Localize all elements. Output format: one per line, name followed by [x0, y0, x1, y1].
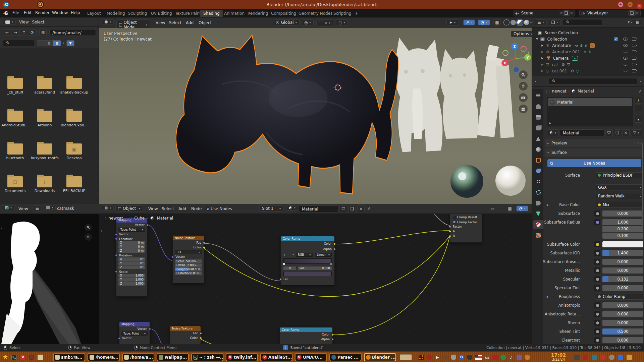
- node-mix-partial[interactable]: Clamp Result ✓Clamp Factor Factor A B: [450, 214, 482, 243]
- ramp-color-swatch[interactable]: [283, 272, 332, 276]
- folder-item[interactable]: BlenderExpo...: [59, 108, 89, 127]
- tab-uv-editing[interactable]: UV Editing: [148, 10, 175, 17]
- folder-item[interactable]: ↓Downloads: [30, 174, 59, 193]
- tray-icon-teal[interactable]: [592, 355, 597, 360]
- node-color-ramp[interactable]: Color Ramp Color Alpha + − ▾ RGB▾ Linear…: [280, 236, 335, 285]
- ne-fake-user-shield-icon[interactable]: 🛡︎: [340, 205, 347, 212]
- socket-fac-out[interactable]: [200, 332, 202, 335]
- rot-x-field[interactable]: X0°: [118, 257, 145, 261]
- socket-distortion-in[interactable]: [195, 272, 197, 275]
- socket-vector-in[interactable]: [171, 256, 174, 258]
- socket-vector-out[interactable]: [146, 224, 149, 226]
- mesh-link-dropdown[interactable]: ▽▾: [631, 129, 642, 136]
- rot-z-field[interactable]: Z0°: [118, 265, 145, 269]
- tray-icon-gold[interactable]: [627, 355, 632, 360]
- tab-sculpting[interactable]: Sculpting: [125, 10, 150, 17]
- view-vertical-list-button[interactable]: ☰: [37, 40, 45, 46]
- xray-toggle[interactable]: ▩: [493, 19, 501, 25]
- outliner-row-cat-001[interactable]: ▶ ▽ cat.001 ⚙︎ ▽: [532, 68, 644, 74]
- tab-object-data[interactable]: [533, 209, 543, 218]
- socket-decorator[interactable]: [594, 320, 600, 326]
- disable-render-camera-icon[interactable]: [632, 50, 636, 53]
- socket-factor-in[interactable]: [449, 226, 451, 228]
- nav-back-button[interactable]: ←: [3, 29, 11, 36]
- disclosure-triangle-icon[interactable]: ▼: [536, 38, 538, 41]
- file-menu-select[interactable]: Select: [32, 20, 45, 24]
- window-menu-button[interactable]: [618, 2, 623, 7]
- surface-node-field[interactable]: Principled BSDF: [596, 172, 643, 178]
- disclosure-triangle-icon[interactable]: ▶: [541, 69, 543, 72]
- use-nodes-button[interactable]: ⧉ Use Nodes: [547, 159, 641, 167]
- noise-detail-field[interactable]: Detail2.000: [175, 263, 202, 267]
- menu-file[interactable]: File: [9, 9, 22, 16]
- outliner-row-armature[interactable]: ▶ ✻ Armature ↝ ⋔ ⋔ ▽: [532, 42, 644, 49]
- unlink-material-button[interactable]: ✕: [622, 129, 630, 136]
- subsurface-slider[interactable]: 0.000: [602, 210, 643, 217]
- socket-alpha-out[interactable]: [331, 338, 334, 341]
- socket-decorator[interactable]: [594, 337, 600, 343]
- socket-alpha-out[interactable]: [333, 248, 336, 250]
- tab-scene[interactable]: [533, 134, 543, 143]
- taskbar-window-untitled[interactable]: [400, 354, 412, 360]
- pin-icon[interactable]: ⇗: [559, 11, 562, 15]
- taskbar-window-twily[interactable]: Vtwily.inf...: [226, 353, 258, 361]
- browse-material-dropdown[interactable]: ▾: [547, 129, 559, 136]
- fake-user-shield-icon[interactable]: 🛡︎: [605, 129, 613, 136]
- taskbar-window-smb[interactable]: smb://a...: [53, 353, 85, 361]
- node-ramp-header[interactable]: Color Ramp: [281, 236, 334, 241]
- tray-icon-us-flag[interactable]: [475, 355, 482, 360]
- editor-type-file-browser[interactable]: ▾: [3, 20, 16, 24]
- tab-texture-paint[interactable]: Texture Paint: [172, 10, 204, 17]
- socket-color-out[interactable]: [333, 243, 336, 245]
- tray-icon-grid[interactable]: [419, 355, 424, 360]
- ne-collapse-arrow[interactable]: ‹: [100, 229, 102, 233]
- node-noise-texture[interactable]: Noise Texture Fac Color 3D▾ Vector Scale…: [172, 235, 204, 283]
- taskbar-window-analie[interactable]: VAnalieSt...: [260, 353, 292, 361]
- taskbar-window-home1[interactable]: /home/a...: [88, 353, 120, 361]
- disclosure-triangle-icon[interactable]: ▶: [541, 57, 543, 60]
- hide-eye-closed-icon[interactable]: [623, 51, 628, 53]
- collection-checkbox[interactable]: ✓: [614, 37, 618, 41]
- outliner-filter-dropdown[interactable]: ▼ ▾: [628, 21, 632, 24]
- tray-icon-blue[interactable]: [618, 355, 623, 360]
- blender-logo-icon[interactable]: [3, 11, 9, 16]
- socket-decorator[interactable]: [594, 276, 600, 282]
- outliner-row-collection[interactable]: ▼ ▣ Collection ✓: [532, 36, 644, 42]
- snap-toggle[interactable]: ⌒⊞▾: [316, 19, 333, 26]
- tab-constraints[interactable]: [533, 199, 543, 207]
- folder-item[interactable]: bluetooth: [0, 141, 30, 160]
- tab-layout[interactable]: Layout: [84, 10, 104, 17]
- taskbar-window-wallpaper[interactable]: wallpap...: [157, 353, 189, 361]
- folder-item[interactable]: AndroidStudi...: [0, 108, 30, 127]
- loc-y-field[interactable]: Y0 m: [118, 245, 145, 249]
- tray-icon-guitar[interactable]: [443, 355, 448, 360]
- material-slot-row[interactable]: Material: [548, 98, 632, 106]
- tab-animation[interactable]: Animation: [221, 10, 248, 17]
- tray-icon-bluetooth[interactable]: B: [459, 355, 464, 360]
- nav-up-button[interactable]: ↑: [20, 29, 28, 36]
- launcher-media-icon[interactable]: [29, 355, 34, 360]
- mapping2-type-dropdown[interactable]: Type: Point▾: [121, 331, 148, 336]
- socket-detail-in[interactable]: [195, 264, 197, 266]
- camera-view-icon[interactable]: 📷︎: [519, 93, 528, 102]
- tray-icon-record[interactable]: [427, 355, 432, 360]
- tab-output[interactable]: [533, 113, 543, 122]
- grip-dots[interactable]: ∷∷: [587, 122, 591, 125]
- pivot-point-dropdown[interactable]: ◎▾: [302, 19, 314, 25]
- slot-dropdown[interactable]: Slot 1▾: [259, 205, 283, 212]
- tab-texture[interactable]: [533, 231, 543, 240]
- socket-decorator[interactable]: [594, 250, 600, 256]
- view-thumbnails-button[interactable]: ▦: [53, 40, 61, 46]
- new-collection-button[interactable]: ⊞: [634, 19, 641, 25]
- ie-expand-arrow[interactable]: ›: [1, 226, 2, 231]
- slot-specials-dropdown[interactable]: ▾: [635, 116, 642, 123]
- menu-help[interactable]: Help: [68, 9, 83, 16]
- socket-decorator[interactable]: [594, 259, 600, 265]
- socket-decorator[interactable]: [594, 302, 600, 308]
- breadcrumb-object[interactable]: newcat: [552, 89, 566, 94]
- ne-material-name-input[interactable]: Material: [299, 205, 338, 212]
- socket-decorator[interactable]: [594, 285, 600, 291]
- tray-icon-mouse[interactable]: [451, 355, 456, 360]
- socket-rotation[interactable]: [115, 254, 117, 256]
- pan-tool-icon[interactable]: ✋︎: [519, 82, 528, 90]
